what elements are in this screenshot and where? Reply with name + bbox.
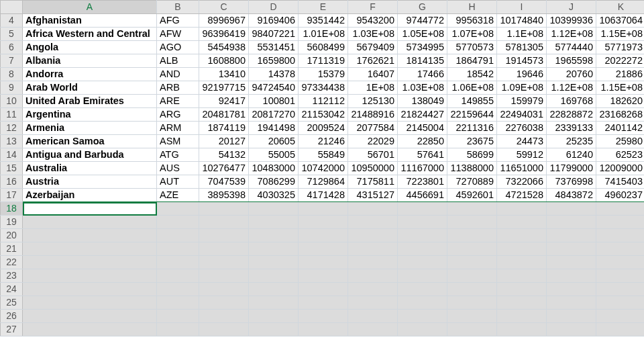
row-header[interactable]: 23 — [1, 269, 23, 283]
empty-cell[interactable] — [249, 283, 299, 296]
empty-cell[interactable] — [23, 229, 157, 242]
empty-cell[interactable] — [299, 216, 348, 229]
cell-country-code[interactable]: ATG — [157, 148, 199, 162]
empty-cell[interactable] — [199, 229, 249, 242]
row-header[interactable]: 5 — [1, 28, 23, 41]
cell-value[interactable]: 23168268 — [596, 108, 645, 122]
empty-cell[interactable] — [199, 242, 249, 256]
cell-value[interactable]: 13410 — [199, 68, 249, 81]
cell-value[interactable]: 2009524 — [299, 122, 348, 135]
cell-value[interactable]: 1608800 — [199, 54, 249, 68]
cell-country-code[interactable]: ARG — [157, 108, 199, 122]
cell-country-name[interactable]: Albania — [23, 54, 157, 68]
empty-cell[interactable] — [23, 296, 157, 310]
empty-cell[interactable] — [348, 283, 398, 296]
row-header[interactable]: 8 — [1, 68, 23, 81]
empty-cell[interactable] — [249, 216, 299, 229]
spreadsheet-grid[interactable]: A B C D E F G H I J K 4AfghanistanAFG899… — [0, 0, 644, 362]
cell-value[interactable]: 7270889 — [447, 175, 497, 189]
empty-cell[interactable] — [23, 283, 157, 296]
empty-cell[interactable] — [157, 269, 199, 283]
cell-value[interactable]: 21153042 — [299, 108, 348, 122]
cell-value[interactable]: 21488916 — [348, 108, 398, 122]
cell-country-code[interactable]: AND — [157, 68, 199, 81]
row-header[interactable]: 17 — [1, 189, 23, 202]
cell-value[interactable]: 19646 — [497, 68, 547, 81]
cell-value[interactable]: 22828872 — [547, 108, 596, 122]
cell-value[interactable]: 62523 — [596, 148, 645, 162]
cell-value[interactable]: 25235 — [547, 135, 596, 148]
empty-cell[interactable] — [398, 202, 447, 216]
empty-cell[interactable] — [497, 323, 547, 336]
empty-cell[interactable] — [157, 202, 199, 216]
cell-value[interactable]: 7086299 — [249, 175, 299, 189]
cell-value[interactable]: 2276038 — [497, 122, 547, 135]
empty-cell[interactable] — [596, 256, 645, 269]
empty-cell[interactable] — [23, 310, 157, 323]
cell-country-name[interactable]: Angola — [23, 41, 157, 54]
cell-value[interactable]: 1.09E+08 — [497, 81, 547, 95]
empty-cell[interactable] — [249, 242, 299, 256]
empty-cell[interactable] — [157, 323, 199, 336]
empty-cell[interactable] — [398, 256, 447, 269]
empty-cell[interactable] — [596, 283, 645, 296]
cell-value[interactable]: 25980 — [596, 135, 645, 148]
empty-cell[interactable] — [249, 296, 299, 310]
empty-cell[interactable] — [447, 323, 497, 336]
select-all-corner[interactable] — [1, 1, 23, 14]
cell-value[interactable]: 5531451 — [249, 41, 299, 54]
cell-value[interactable]: 7376998 — [547, 175, 596, 189]
cell-value[interactable]: 22159644 — [447, 108, 497, 122]
empty-cell[interactable] — [547, 296, 596, 310]
cell-value[interactable]: 7415403 — [596, 175, 645, 189]
cell-value[interactable]: 21886 — [596, 68, 645, 81]
cell-value[interactable]: 10276477 — [199, 162, 249, 175]
cell-country-name[interactable]: Africa Western and Central — [23, 28, 157, 41]
cell-value[interactable]: 4456691 — [398, 189, 447, 202]
empty-cell[interactable] — [249, 310, 299, 323]
empty-cell[interactable] — [23, 242, 157, 256]
cell-value[interactable]: 7223801 — [398, 175, 447, 189]
cell-value[interactable]: 10483000 — [249, 162, 299, 175]
cell-value[interactable]: 4592601 — [447, 189, 497, 202]
cell-value[interactable]: 5679409 — [348, 41, 398, 54]
cell-value[interactable]: 1.07E+08 — [447, 28, 497, 41]
empty-cell[interactable] — [199, 202, 249, 216]
empty-cell[interactable] — [299, 323, 348, 336]
cell-country-name[interactable]: Austria — [23, 175, 157, 189]
cell-value[interactable]: 2211316 — [447, 122, 497, 135]
empty-cell[interactable] — [299, 242, 348, 256]
cell-value[interactable]: 11799000 — [547, 162, 596, 175]
cell-value[interactable]: 4843872 — [547, 189, 596, 202]
cell-value[interactable]: 1914573 — [497, 54, 547, 68]
empty-cell[interactable] — [348, 216, 398, 229]
cell-country-name[interactable]: Azerbaijan — [23, 189, 157, 202]
cell-value[interactable]: 98407221 — [249, 28, 299, 41]
row-header[interactable]: 27 — [1, 323, 23, 336]
empty-cell[interactable] — [249, 202, 299, 216]
cell-value[interactable]: 1.12E+08 — [547, 28, 596, 41]
row-header[interactable]: 22 — [1, 256, 23, 269]
col-header-D[interactable]: D — [249, 1, 299, 14]
empty-cell[interactable] — [299, 269, 348, 283]
cell-value[interactable]: 7129864 — [299, 175, 348, 189]
empty-cell[interactable] — [447, 310, 497, 323]
empty-cell[interactable] — [547, 256, 596, 269]
cell-value[interactable]: 2145004 — [398, 122, 447, 135]
cell-value[interactable]: 20605 — [249, 135, 299, 148]
cell-value[interactable]: 1.06E+08 — [447, 81, 497, 95]
empty-cell[interactable] — [547, 216, 596, 229]
row-header[interactable]: 13 — [1, 135, 23, 148]
col-header-E[interactable]: E — [299, 1, 348, 14]
empty-cell[interactable] — [299, 202, 348, 216]
empty-cell[interactable] — [596, 202, 645, 216]
row-header[interactable]: 25 — [1, 296, 23, 310]
empty-cell[interactable] — [547, 229, 596, 242]
cell-value[interactable]: 1.15E+08 — [596, 81, 645, 95]
cell-value[interactable]: 16407 — [348, 68, 398, 81]
empty-cell[interactable] — [299, 256, 348, 269]
empty-cell[interactable] — [398, 242, 447, 256]
active-cell[interactable] — [23, 202, 157, 216]
empty-cell[interactable] — [447, 216, 497, 229]
cell-country-name[interactable]: Argentina — [23, 108, 157, 122]
